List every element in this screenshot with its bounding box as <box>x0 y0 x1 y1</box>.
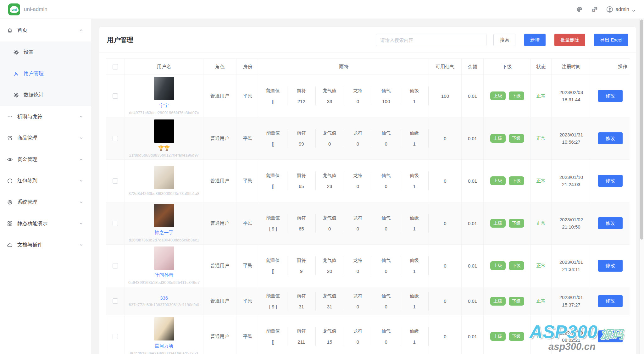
user-icon <box>13 71 19 77</box>
user-cell: 叶问孙奇 0a94399163b18bd3003e925411c846e7 <box>125 245 203 287</box>
gear-icon <box>13 92 19 98</box>
palette-icon[interactable] <box>576 6 583 13</box>
modify-button[interactable]: 修改 <box>598 260 623 272</box>
row-checkbox[interactable] <box>113 93 118 99</box>
rain-stat: 仙级1 <box>400 327 429 346</box>
sidebar-item-文档与插件[interactable]: 文档与插件 <box>0 234 91 256</box>
user-cell: 宁宁 dc49771c63dce29001966fd76c3bd07c <box>125 75 203 117</box>
sidebar-item-用户管理[interactable]: 用户管理 <box>0 63 91 84</box>
batch-delete-button[interactable]: 批量删除 <box>554 34 585 46</box>
parent-badge[interactable]: 上级 <box>490 134 506 143</box>
header-identity: 身份 <box>236 59 259 75</box>
sidebar-item-红包签到[interactable]: 红包签到 <box>0 170 91 191</box>
rain-stat: 雨符99 <box>287 129 316 148</box>
subordinate-cell: 上级 下级 <box>484 160 531 202</box>
sidebar-item-label: 红包签到 <box>17 178 37 184</box>
sidebar-item-数据统计[interactable]: 数据统计 <box>0 84 91 106</box>
child-badge[interactable]: 下级 <box>509 134 524 143</box>
sidebar-item-label: 用户管理 <box>24 70 44 77</box>
row-checkbox[interactable] <box>113 136 118 141</box>
row-checkbox[interactable] <box>113 221 118 226</box>
status-text: 正常 <box>536 263 546 269</box>
rain-stat: 能量值[ 9 ] <box>259 214 287 233</box>
username-link[interactable]: 星河万顷 <box>155 343 174 349</box>
rain-stat: 龙符0 <box>344 327 372 346</box>
parent-badge[interactable]: 上级 <box>490 91 506 100</box>
username-link[interactable]: 🏆🏆 <box>158 145 170 151</box>
balance: 0.01 <box>462 117 484 159</box>
parent-badge[interactable]: 上级 <box>490 219 506 228</box>
user-identity: 平民 <box>236 245 259 287</box>
sidebar-item-祈雨与龙符[interactable]: 祈雨与龙符 <box>0 106 91 127</box>
parent-badge[interactable]: 上级 <box>490 261 506 270</box>
register-time-cell: 2023/01/02 21:10:50 <box>552 202 591 244</box>
grid-icon <box>7 221 13 227</box>
ellipsis-icon <box>7 114 13 120</box>
user-menu[interactable]: admin <box>606 6 636 13</box>
register-date: 2022/12/30 <box>559 329 583 336</box>
register-clock: 21:34:11 <box>562 266 580 273</box>
search-button[interactable]: 搜索 <box>493 34 515 46</box>
username-link[interactable]: 神之一手 <box>155 230 174 236</box>
sidebar-item-静态功能演示[interactable]: 静态功能演示 <box>0 213 91 234</box>
add-button[interactable]: 新增 <box>524 34 546 46</box>
modify-button[interactable]: 修改 <box>598 175 623 187</box>
child-badge[interactable]: 下级 <box>509 297 524 306</box>
user-avatar <box>154 77 174 100</box>
username-link[interactable]: 宁宁 <box>159 102 169 108</box>
scrollbar-thumb[interactable] <box>640 19 643 240</box>
rain-stats-cell: 能量值[ 9 ]雨符65龙气值0龙符0仙气0仙级1 <box>259 202 429 244</box>
row-checkbox[interactable] <box>113 178 118 184</box>
modify-button[interactable]: 修改 <box>598 217 623 229</box>
available-xianqi: 0 <box>429 315 462 354</box>
user-id: 372d8d4263bd86f3000023e73a05b1a8 <box>129 191 199 196</box>
rain-stat: 仙气0 <box>372 129 400 148</box>
chevron-down-icon <box>78 114 84 119</box>
table-row: 叶问孙奇 0a94399163b18bd3003e925411c846e7 普通… <box>106 244 630 287</box>
register-time-cell: 2023/02/03 18:31:44 <box>552 75 591 117</box>
header-available-xianqi: 可用仙气 <box>429 59 462 75</box>
available-xianqi: 0 <box>429 245 462 287</box>
sidebar-item-系统管理[interactable]: 系统管理 <box>0 191 91 213</box>
sidebar-item-资金管理[interactable]: 资金管理 <box>0 149 91 170</box>
register-time-cell: 2023/01/01 21:34:11 <box>552 245 591 287</box>
modify-button[interactable]: 修改 <box>598 132 623 144</box>
modify-button[interactable]: 修改 <box>598 295 623 307</box>
rain-stat: 仙气0 <box>372 292 400 311</box>
sidebar-item-商品管理[interactable]: 商品管理 <box>0 127 91 149</box>
rain-stat: 龙符0 <box>344 86 372 105</box>
row-checkbox[interactable] <box>113 298 118 304</box>
translate-icon[interactable]: 文A <box>591 6 598 13</box>
sidebar-item-设置[interactable]: 设置 <box>0 41 91 63</box>
child-badge[interactable]: 下级 <box>509 91 524 100</box>
parent-badge[interactable]: 上级 <box>490 332 506 341</box>
user-cell: 🏆🏆 21f8dd5b63d8835b01270efa0e196d97 <box>125 117 203 159</box>
action-cell: 修改 <box>591 75 630 117</box>
register-time-cell: 2022/12/30 08:02:21 <box>552 315 591 354</box>
parent-badge[interactable]: 上级 <box>490 176 506 185</box>
page-title: 用户管理 <box>107 36 133 44</box>
table-row: 星河万顷 86fcdfc663ae2a8d0033e1fa6ad57253 普通… <box>106 315 630 354</box>
child-badge[interactable]: 下级 <box>509 332 524 341</box>
search-input[interactable] <box>376 34 486 46</box>
sidebar-item-home[interactable]: 首页 <box>0 19 91 41</box>
rain-stat: 龙气值33 <box>316 86 344 105</box>
export-excel-button[interactable]: 导出 Excel <box>594 34 628 46</box>
subordinate-cell: 上级 下级 <box>484 245 531 287</box>
username-link[interactable]: 336 <box>160 295 168 301</box>
rain-stat: 能量值[] <box>259 327 287 346</box>
parent-badge[interactable]: 上级 <box>490 297 506 306</box>
chevron-down-icon <box>78 199 84 205</box>
row-checkbox[interactable] <box>113 334 118 339</box>
child-badge[interactable]: 下级 <box>509 219 524 228</box>
card-header: 用户管理 搜索 新增 批量删除 导出 Excel <box>99 27 636 53</box>
child-badge[interactable]: 下级 <box>509 176 524 185</box>
modify-button[interactable]: 修改 <box>598 330 623 342</box>
username-link[interactable]: 叶问孙奇 <box>155 272 174 278</box>
table-row: 神之一手 d26f8b7363b2d7da00403ddb5c6b3ec1 普通… <box>106 202 630 244</box>
select-all-checkbox[interactable] <box>113 64 118 69</box>
row-checkbox[interactable] <box>113 263 118 268</box>
child-badge[interactable]: 下级 <box>509 261 524 270</box>
table-row: 372d8d4263bd86f3000023e73a05b1a8 普通用户 平民… <box>106 159 630 202</box>
modify-button[interactable]: 修改 <box>598 90 623 102</box>
